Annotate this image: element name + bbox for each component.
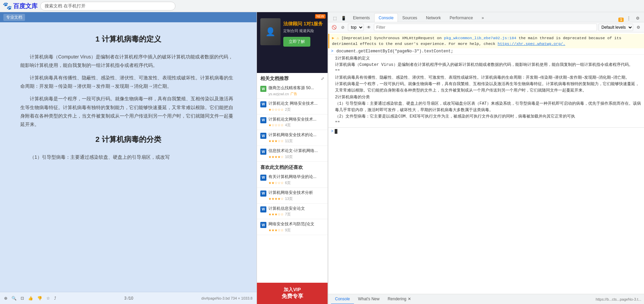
console-cursor — [335, 129, 337, 134]
doc-para3: 计算机病毒是一个程序，一段可执行码。就像生物病毒一样，具有自我繁殖、互相传染以及… — [20, 95, 236, 129]
list-item[interactable]: W 计算机网络安全技术分析 ★★★★☆ 13页 — [257, 188, 328, 204]
sidebar-panel: NEW 👤 法律顾问 1对1服务 定制合同 规避风险 立即了解 相关文档推荐 ⤢… — [257, 12, 328, 304]
tab-performance[interactable]: Performance — [445, 13, 477, 22]
stars: ★★★☆☆ — [268, 139, 284, 143]
tab-more[interactable]: » — [477, 13, 488, 22]
doc-info: 计算机网络安全技术的论... ★★★☆☆ 11页 — [268, 132, 324, 144]
devtools-bottom-bar: Console What's New Rendering ✕ https://b… — [328, 294, 644, 304]
filter-input[interactable] — [374, 24, 597, 31]
doc-content: 1 计算机病毒的定义 计算机病毒（Computer Virus）是编制者在计算机… — [0, 22, 257, 292]
list-item[interactable]: W 信息技术论文-计算机网络... ★★★★☆ 10页 — [257, 146, 328, 162]
doc-para1: 计算机病毒（Computer Virus）是编制者在计算机程序中插入的破坏计算机… — [20, 53, 236, 70]
doc-title2: 2 计算机病毒的分类 — [20, 133, 236, 146]
ad-text: 法律顾问 1对1服务 定制合同 规避风险 立即了解 — [283, 18, 323, 47]
doc-name: 计算机网络安全技术的论... — [268, 132, 324, 138]
doc-name: 计算机信息安全论文 — [268, 206, 324, 211]
bottom-tab-console[interactable]: Console — [331, 294, 354, 304]
list-item[interactable]: W 微商怎么找精准客源 50... ys.wzjcwl.cn 广告 — [257, 83, 328, 99]
page-count: 2页 — [285, 107, 291, 112]
stars: ★★★★☆ — [268, 155, 284, 159]
doc-type-icon: W — [260, 222, 266, 228]
zoom-out-icon[interactable]: ⊕ — [4, 296, 7, 301]
doc-footer: ⊕ 🔍 ⊡ 👍 👎 ☆ ⤴ 3 /10 div#pageNo-3.bd 734 … — [0, 292, 257, 304]
vip-banner[interactable]: 加入VIP 免费专享 — [257, 283, 328, 304]
page-count: 13页 — [285, 196, 293, 201]
doc-meta: ★★★★☆ 10页 — [268, 154, 324, 159]
level-select[interactable]: Default levels — [598, 24, 633, 31]
ad-sub: 定制合同 规避风险 — [283, 28, 323, 33]
doc-meta: ★★★☆☆ 7页 — [268, 212, 324, 217]
doc-meta: ★☆☆☆☆ 2页 — [268, 107, 324, 112]
related-title: 相关文档推荐 ⤢ — [257, 73, 328, 83]
settings-cog-icon[interactable]: ⚙ — [635, 24, 642, 31]
doc-title1: 1 计算机病毒的定义 — [20, 32, 236, 46]
doc-info: 计算机信息安全论文 ★★★☆☆ 7页 — [268, 206, 324, 217]
doc-para2: 计算机病毒具有传播性、隐蔽性、感染性、潜伏性、可激发性、表现性或破坏性。计算机病… — [20, 74, 236, 91]
vip-line1: 加入VIP — [261, 287, 324, 293]
zoom-in-icon[interactable]: 🔍 — [11, 296, 17, 301]
baidu-paw-icon: 🐾 — [3, 2, 12, 10]
devtools-menu-icon[interactable]: ⋮ — [625, 15, 633, 22]
doc-meta: ★☆☆☆☆ 4页 — [268, 123, 324, 128]
tab-sources[interactable]: Sources — [398, 13, 422, 22]
address-bar[interactable]: 搜索文档 在手机打开 — [40, 2, 175, 10]
doc-name: 信息技术论文-计算机网络... — [268, 148, 324, 154]
filter-icon[interactable]: ⊘ — [339, 24, 347, 31]
main-area: 专业文档 1 计算机病毒的定义 计算机病毒（Computer Virus）是编制… — [0, 12, 644, 304]
doc-meta: ★★☆☆☆ 6页 — [268, 180, 324, 185]
baidu-logo: 🐾 百度文库 — [3, 2, 38, 10]
ad-tag: 广告 — [290, 92, 297, 96]
list-item[interactable]: W 计算机网络安全技术的论... ★★★☆☆ 11页 — [257, 130, 328, 146]
tab-console[interactable]: Console — [374, 13, 398, 22]
tab-elements[interactable]: Elements — [349, 13, 374, 22]
address-text: 搜索文档 在手机打开 — [45, 3, 86, 9]
devtools-settings-icon[interactable]: ⚙ — [634, 15, 641, 22]
zoom-fit-icon[interactable]: ⊡ — [21, 296, 24, 301]
list-item[interactable]: W 网络安全技术与防范(论文 ★★★☆☆ 9页 — [257, 219, 328, 235]
star-icon[interactable]: ☆ — [46, 296, 50, 301]
list-item[interactable]: W 有关计算机网络毕业的论... ★★☆☆☆ 6页 — [257, 172, 328, 188]
spec-link[interactable]: https://xhr.spec.whatwg.org/. — [498, 42, 565, 46]
ad-btn[interactable]: 立即了解 — [283, 37, 310, 47]
doc-panel: 专业文档 1 计算机病毒的定义 计算机病毒（Computer Virus）是编制… — [0, 12, 257, 304]
share-icon[interactable]: ⤴ — [54, 296, 56, 301]
context-select[interactable]: top — [348, 24, 364, 31]
clear-console-icon[interactable]: 🚫 — [330, 24, 338, 31]
doc-name: 计算机网络安全技术分析 — [268, 190, 324, 196]
doc-info: 信息技术论文-计算机网络... ★★★★☆ 10页 — [268, 148, 324, 159]
doc-footer-left: ⊕ 🔍 ⊡ 👍 👎 ☆ ⤴ — [4, 296, 56, 301]
bottom-tab-rendering[interactable]: Rendering ✕ — [384, 294, 415, 304]
devtools-right-icons: 1 ⋮ ⚙ — [618, 15, 641, 22]
bottom-tab-whatsnew[interactable]: What's New — [354, 294, 384, 304]
console-warning: ▶ ⚠ [Deprecation] Synchronous XMLHttpReq… — [328, 34, 644, 48]
rendering-close-icon[interactable]: ✕ — [408, 297, 411, 301]
list-item[interactable]: W 计算机信息安全论文 ★★★☆☆ 7页 — [257, 204, 328, 220]
page-count: 11页 — [285, 138, 293, 144]
doc-info: 计算机论文网络安全技术... ★☆☆☆☆ 4页 — [268, 117, 324, 128]
ad-banner[interactable]: NEW 👤 法律顾问 1对1服务 定制合同 规避风险 立即了解 — [257, 12, 328, 73]
tab-network[interactable]: Network — [422, 13, 445, 22]
doc-info: 网络安全技术与防范(论文 ★★★☆☆ 9页 — [268, 221, 324, 233]
page-count: 4页 — [285, 123, 291, 128]
stars: ★★☆☆☆ — [268, 181, 284, 185]
stars: ★☆☆☆☆ — [268, 123, 284, 127]
doc-name: 微商怎么找精准客源 50... — [268, 85, 324, 91]
expand-icon[interactable]: ⤢ — [321, 76, 324, 81]
doc-name: 有关计算机网络毕业的论... — [268, 174, 324, 180]
stars: ★★★★☆ — [268, 197, 284, 201]
list-item[interactable]: W 计算机论文 网络安全技术... ★☆☆☆☆ 2页 — [257, 99, 328, 115]
list-item[interactable]: W 计算机论文网络安全技术... ★☆☆☆☆ 4页 — [257, 115, 328, 130]
doc-type-icon: W — [260, 101, 266, 107]
page-count: 6页 — [285, 180, 291, 185]
doc-info: 有关计算机网络毕业的论... ★★☆☆☆ 6页 — [268, 174, 324, 185]
devtools-inspect-icon[interactable]: ⬚ — [331, 15, 338, 22]
page-count: 7页 — [285, 212, 291, 217]
thumb-up-icon[interactable]: 👍 — [28, 296, 33, 301]
doc-info: 计算机网络安全技术分析 ★★★★☆ 13页 — [268, 190, 324, 201]
devtools-device-icon[interactable]: 📱 — [340, 15, 347, 22]
doc-para4: （1）引导型病毒：主要通过感染软盘、硬盘上的引导扇区，或改写 — [20, 153, 236, 161]
eye-icon[interactable]: 👁 — [365, 24, 373, 31]
console-prompt: > — [331, 129, 333, 134]
thumb-down-icon[interactable]: 👎 — [37, 296, 42, 301]
file-link[interactable]: pkg_wkcommon_lib_ebe7a02.js:184 — [444, 36, 516, 40]
